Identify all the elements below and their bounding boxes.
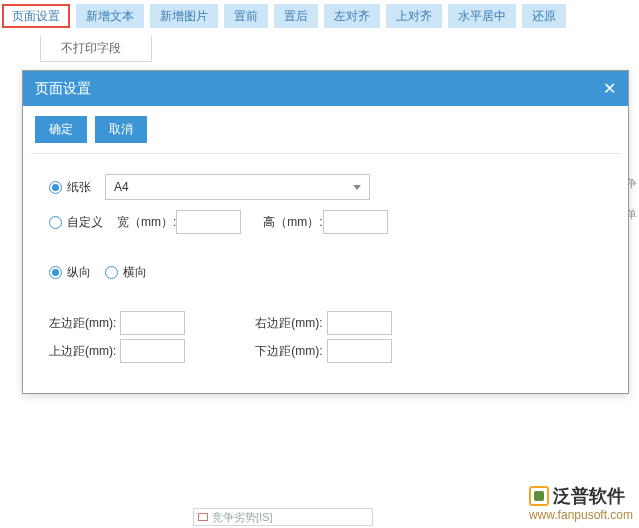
bottom-item-label: 竞争劣势[IS] xyxy=(212,510,273,525)
margin-left-label: 左边距(mm): xyxy=(49,315,116,332)
portrait-radio[interactable] xyxy=(49,266,62,279)
margin-top-label: 上边距(mm): xyxy=(49,343,116,360)
tb-send-back[interactable]: 置后 xyxy=(274,4,318,28)
toolbar: 页面设置 新增文本 新增图片 置前 置后 左对齐 上对齐 水平居中 还原 xyxy=(0,0,639,32)
dialog-titlebar: 页面设置 ✕ xyxy=(23,71,628,106)
margins-col-right: 右边距(mm): 下边距(mm): xyxy=(255,311,391,363)
dialog-body: 纸张 A4 自定义 宽（mm）: 高（mm）: 纵向 横向 左边距(mm): xyxy=(31,153,620,393)
tb-add-image[interactable]: 新增图片 xyxy=(150,4,218,28)
margins-col-left: 左边距(mm): 上边距(mm): xyxy=(49,311,185,363)
paper-row: 纸张 A4 xyxy=(49,174,602,200)
paper-select-value: A4 xyxy=(114,180,129,194)
orientation-row: 纵向 横向 xyxy=(49,264,602,281)
margins-group: 左边距(mm): 上边距(mm): 右边距(mm): 下边距(mm): xyxy=(49,311,602,363)
paper-radio[interactable] xyxy=(49,181,62,194)
margin-right-label: 右边距(mm): xyxy=(255,315,322,332)
width-input[interactable] xyxy=(176,210,241,234)
brand-name: 泛普软件 xyxy=(553,484,625,508)
tb-bring-front[interactable]: 置前 xyxy=(224,4,268,28)
tb-align-left[interactable]: 左对齐 xyxy=(324,4,380,28)
cancel-button[interactable]: 取消 xyxy=(95,116,147,143)
watermark: 泛普软件 www.fanpusoft.com xyxy=(529,484,633,522)
custom-label: 自定义 xyxy=(67,214,103,231)
margin-top-input[interactable] xyxy=(120,339,185,363)
custom-row: 自定义 宽（mm）: 高（mm）: xyxy=(49,210,602,234)
ok-button[interactable]: 确定 xyxy=(35,116,87,143)
width-label: 宽（mm）: xyxy=(117,214,176,231)
logo-icon xyxy=(529,486,549,506)
no-print-field[interactable]: 不打印字段 xyxy=(40,36,152,62)
close-icon[interactable]: ✕ xyxy=(603,79,616,98)
dialog-actions: 确定 取消 xyxy=(23,106,628,153)
sub-row: 不打印字段 xyxy=(0,32,639,66)
paper-label: 纸张 xyxy=(67,179,91,196)
custom-radio[interactable] xyxy=(49,216,62,229)
margin-bottom-label: 下边距(mm): xyxy=(255,343,322,360)
height-label: 高（mm）: xyxy=(263,214,322,231)
margin-right-input[interactable] xyxy=(327,311,392,335)
bottom-item[interactable]: 竞争劣势[IS] xyxy=(193,508,373,526)
list-icon xyxy=(198,513,208,521)
tb-center-h[interactable]: 水平居中 xyxy=(448,4,516,28)
tb-align-top[interactable]: 上对齐 xyxy=(386,4,442,28)
portrait-label: 纵向 xyxy=(67,264,91,281)
landscape-label: 横向 xyxy=(123,264,147,281)
chevron-down-icon xyxy=(353,185,361,190)
dialog-title-text: 页面设置 xyxy=(35,80,91,98)
landscape-radio[interactable] xyxy=(105,266,118,279)
tb-restore[interactable]: 还原 xyxy=(522,4,566,28)
margin-bottom-input[interactable] xyxy=(327,339,392,363)
tb-page-setup[interactable]: 页面设置 xyxy=(2,4,70,28)
brand-url: www.fanpusoft.com xyxy=(529,508,633,522)
page-setup-dialog: 页面设置 ✕ 确定 取消 纸张 A4 自定义 宽（mm）: 高（mm）: 纵向 xyxy=(22,70,629,394)
height-input[interactable] xyxy=(323,210,388,234)
tb-add-text[interactable]: 新增文本 xyxy=(76,4,144,28)
margin-left-input[interactable] xyxy=(120,311,185,335)
paper-select[interactable]: A4 xyxy=(105,174,370,200)
